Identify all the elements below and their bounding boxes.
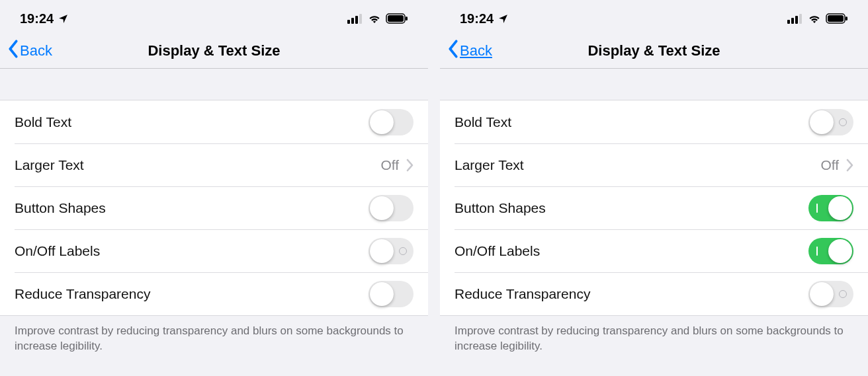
row-bold-text[interactable]: Bold Text <box>440 100 868 143</box>
row-label: On/Off Labels <box>455 243 540 259</box>
row-reduce-transparency[interactable]: Reduce Transparency <box>440 272 868 315</box>
back-label: Back <box>20 42 52 59</box>
row-label: Reduce Transparency <box>455 286 590 302</box>
section-footer: Improve contrast by reducing transparenc… <box>440 315 868 374</box>
status-bar: 19:24 <box>440 0 868 33</box>
svg-rect-2 <box>355 16 358 24</box>
svg-rect-1 <box>351 18 354 24</box>
row-value: Off <box>380 157 399 173</box>
svg-rect-7 <box>787 20 790 24</box>
row-label: Button Shapes <box>455 200 546 216</box>
svg-rect-0 <box>347 20 350 24</box>
chevron-left-icon <box>447 40 460 62</box>
location-services-icon <box>58 13 69 24</box>
toggle-button-shapes[interactable] <box>369 195 413 221</box>
svg-rect-9 <box>795 16 798 24</box>
status-bar: 19:24 <box>0 0 428 33</box>
row-label: Bold Text <box>455 114 511 130</box>
section-spacer <box>440 69 868 100</box>
row-larger-text[interactable]: Larger Text Off <box>0 143 428 186</box>
toggle-onoff-labels[interactable] <box>808 238 853 264</box>
location-services-icon <box>498 13 509 24</box>
screen-left: 19:24 Back Display & Text Size <box>0 0 428 376</box>
toggle-onoff-labels[interactable] <box>369 238 413 264</box>
toggle-reduce-transparency[interactable] <box>808 281 853 307</box>
back-button[interactable]: Back <box>447 40 492 62</box>
row-onoff-labels[interactable]: On/Off Labels <box>440 229 868 272</box>
row-larger-text[interactable]: Larger Text Off <box>440 143 868 186</box>
row-value: Off <box>820 157 839 173</box>
row-onoff-labels[interactable]: On/Off Labels <box>0 229 428 272</box>
row-button-shapes[interactable]: Button Shapes <box>440 186 868 229</box>
battery-icon <box>386 13 408 24</box>
row-label: Larger Text <box>455 157 524 173</box>
row-label: Button Shapes <box>15 200 106 216</box>
svg-rect-8 <box>791 18 794 24</box>
nav-bar: Back Display & Text Size <box>440 33 868 69</box>
svg-rect-13 <box>846 17 847 20</box>
toggle-bold-text[interactable] <box>808 109 853 135</box>
row-label: On/Off Labels <box>15 243 100 259</box>
row-label: Bold Text <box>15 114 71 130</box>
svg-rect-5 <box>388 15 404 22</box>
section-spacer <box>0 69 428 100</box>
chevron-left-icon <box>7 40 20 62</box>
chevron-right-icon <box>406 159 413 172</box>
row-button-shapes[interactable]: Button Shapes <box>0 186 428 229</box>
page-title: Display & Text Size <box>440 42 868 59</box>
cellular-signal-icon <box>787 13 803 24</box>
svg-rect-6 <box>406 17 408 20</box>
status-time: 19:24 <box>20 11 54 26</box>
svg-rect-10 <box>799 14 802 24</box>
row-bold-text[interactable]: Bold Text <box>0 100 428 143</box>
row-label: Reduce Transparency <box>15 286 150 302</box>
row-label: Larger Text <box>15 157 84 173</box>
cellular-signal-icon <box>347 13 363 24</box>
toggle-reduce-transparency[interactable] <box>369 281 413 307</box>
page-title: Display & Text Size <box>0 42 428 59</box>
svg-rect-3 <box>359 14 362 24</box>
back-button[interactable]: Back <box>7 40 52 62</box>
section-footer: Improve contrast by reducing transparenc… <box>0 315 428 374</box>
svg-rect-12 <box>828 15 844 22</box>
row-reduce-transparency[interactable]: Reduce Transparency <box>0 272 428 315</box>
status-time: 19:24 <box>460 11 494 26</box>
toggle-button-shapes[interactable] <box>808 195 853 221</box>
settings-list: Bold Text Larger Text Off Button Shapes … <box>0 100 428 315</box>
nav-bar: Back Display & Text Size <box>0 33 428 69</box>
back-label: Back <box>460 42 492 59</box>
battery-icon <box>826 13 848 24</box>
settings-list: Bold Text Larger Text Off Button Shapes … <box>440 100 868 315</box>
wifi-icon <box>807 13 822 24</box>
screen-right: 19:24 Back Display & Text Size <box>440 0 868 376</box>
toggle-bold-text[interactable] <box>369 109 413 135</box>
chevron-right-icon <box>846 159 853 172</box>
wifi-icon <box>367 13 382 24</box>
